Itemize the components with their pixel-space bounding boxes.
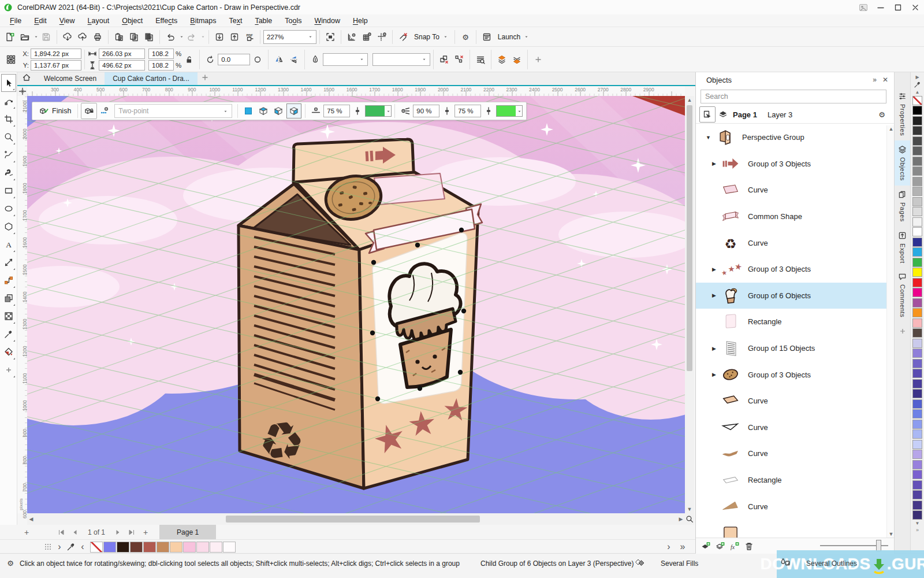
redo-dropdown-caret-icon[interactable] — [200, 34, 206, 39]
plane-flat-button[interactable] — [241, 104, 255, 118]
scale-height-field[interactable]: 108.2 — [148, 60, 174, 71]
drop-shadow-tool[interactable] — [1, 289, 16, 307]
color-swatch-#8f7fd9[interactable] — [912, 349, 922, 358]
minimize-button[interactable] — [872, 1, 889, 14]
canvas[interactable]: ♻ — [27, 96, 685, 513]
color-swatch-#a4509e[interactable] — [912, 298, 922, 307]
doc-color-swatch-#7b7bee[interactable] — [103, 542, 116, 553]
y-position-field[interactable]: 1,137.67 px — [31, 60, 81, 71]
color-swatch-#2e3192[interactable] — [912, 238, 922, 247]
palette-options-icon[interactable] — [40, 539, 55, 554]
palette-eyedropper-icon[interactable] — [914, 81, 921, 88]
last-page-button[interactable] — [125, 527, 139, 538]
objects-tree-item-rectangle[interactable]: Rectangle — [696, 467, 886, 494]
maximize-button[interactable] — [889, 1, 907, 14]
connector-tool[interactable] — [1, 271, 16, 289]
doc-color-swatch-#b05a50[interactable] — [143, 542, 156, 553]
new-object-button[interactable] — [701, 542, 710, 551]
color-swatch-#aab8f4[interactable] — [912, 429, 922, 439]
menu-effects[interactable]: Effects — [149, 17, 184, 25]
dimension-tool[interactable] — [1, 253, 16, 271]
shape-tool[interactable] — [1, 92, 16, 110]
full-screen-preview-button[interactable] — [323, 29, 338, 45]
doc-color-swatch-#fdeef4[interactable] — [210, 542, 222, 553]
docker-close-icon[interactable]: ✕ — [882, 76, 888, 84]
color-swatch-#dddddd[interactable] — [912, 207, 922, 216]
new-layer-button[interactable] — [716, 542, 725, 551]
undo-button[interactable] — [163, 29, 178, 45]
color-swatch-#c8c8c8[interactable] — [912, 197, 922, 206]
objects-tree-item-curve[interactable]: Curve — [696, 414, 886, 441]
horizon-slider-icon[interactable] — [439, 103, 454, 118]
import-button[interactable] — [212, 29, 227, 45]
color-swatch-#3d3388[interactable] — [912, 389, 922, 398]
paste-button[interactable] — [111, 29, 126, 45]
delete-button[interactable] — [744, 542, 754, 551]
prev-page-button[interactable] — [68, 527, 82, 538]
objects-tree-item-curve[interactable]: Curve — [696, 177, 886, 203]
round-corners-icon[interactable] — [250, 52, 265, 67]
outline-status-icon[interactable] — [781, 558, 790, 567]
color-swatch-#7a60cf[interactable] — [912, 470, 922, 479]
palette-scroll-right[interactable]: ‹ — [79, 541, 87, 553]
rectangle-tool[interactable] — [1, 181, 16, 199]
duplicate-button[interactable] — [141, 29, 157, 45]
home-tab-icon[interactable] — [19, 70, 34, 85]
finish-button[interactable]: Finish — [36, 103, 74, 118]
account-avatar[interactable] — [855, 1, 872, 14]
color-swatch-#898989[interactable] — [912, 166, 922, 176]
text-tool[interactable]: A — [1, 235, 16, 253]
wrap-text-button[interactable] — [473, 52, 488, 67]
color-swatch-#3a2f73[interactable] — [912, 510, 922, 520]
export-cloud-button[interactable] — [75, 29, 90, 45]
color-swatch-#b7a6e9[interactable] — [912, 450, 922, 459]
doc-color-swatch-#c48a5c[interactable] — [157, 542, 169, 553]
docker-tab-pages[interactable]: Pages — [895, 186, 910, 227]
docker-tab-export[interactable]: Export — [895, 227, 910, 268]
ellipse-tool[interactable] — [1, 199, 16, 217]
docker-expand-icon[interactable]: » — [873, 76, 877, 84]
to-front-button[interactable] — [494, 52, 509, 67]
lines-slider-icon[interactable] — [481, 103, 496, 118]
objects-tree-item-common-shape[interactable]: Common Shape — [696, 203, 886, 230]
menu-bitmaps[interactable]: Bitmaps — [184, 17, 222, 25]
add-effect-button[interactable]: fx — [730, 542, 739, 551]
eyedropper-tool[interactable] — [1, 325, 16, 343]
doc-color-swatch-#fefbfc[interactable] — [223, 542, 236, 553]
color-swatch-#493d9c[interactable] — [912, 379, 922, 388]
ruler-origin[interactable] — [17, 86, 28, 97]
color-swatch-#453788[interactable] — [912, 501, 922, 510]
outline-pen-icon[interactable] — [308, 52, 323, 67]
objects-tree-item[interactable] — [696, 520, 886, 538]
horizontal-scrollbar[interactable]: ◀ ▶ — [27, 513, 685, 525]
color-swatch-#977fdd[interactable] — [912, 460, 922, 469]
menu-object[interactable]: Object — [116, 17, 149, 25]
palette-flyout-arrow[interactable]: ▶ — [915, 75, 919, 80]
show-vanishing-points-button[interactable] — [97, 103, 112, 118]
menu-edit[interactable]: Edit — [28, 17, 53, 25]
doc-color-swatch-#2a190f[interactable] — [117, 542, 129, 553]
menu-window[interactable]: Window — [308, 17, 346, 25]
docker-tab-properties[interactable]: Properties — [895, 87, 910, 140]
launcher-button[interactable] — [479, 29, 494, 45]
color-swatch-#7163c6[interactable] — [912, 359, 922, 368]
zoom-tool[interactable] — [1, 128, 16, 146]
palette-scroll-left[interactable]: › — [55, 541, 64, 553]
objects-tree-item-curve[interactable]: Curve — [696, 493, 886, 520]
artistic-media-tool[interactable] — [1, 164, 16, 181]
palette-scroll-up[interactable]: ▲ — [915, 90, 920, 95]
more-tools[interactable] — [1, 361, 16, 379]
outline-style-combo[interactable] — [372, 53, 430, 66]
color-swatch-#000000[interactable] — [912, 106, 922, 115]
snap-off-button[interactable] — [396, 29, 411, 45]
color-swatch-#b3b3b3[interactable] — [912, 187, 922, 196]
plane-top-button[interactable] — [256, 104, 270, 118]
first-page-button[interactable] — [54, 527, 68, 538]
show-grid-button[interactable] — [359, 29, 374, 45]
object-height-field[interactable]: 496.62 px — [99, 60, 145, 71]
menu-layout[interactable]: Layout — [81, 17, 116, 25]
color-swatch-#ffffff[interactable] — [912, 227, 922, 236]
doc-color-swatch-none[interactable] — [90, 542, 103, 553]
docker-settings-gear-icon[interactable]: ⚙ — [874, 107, 889, 122]
save-button[interactable] — [39, 29, 54, 45]
